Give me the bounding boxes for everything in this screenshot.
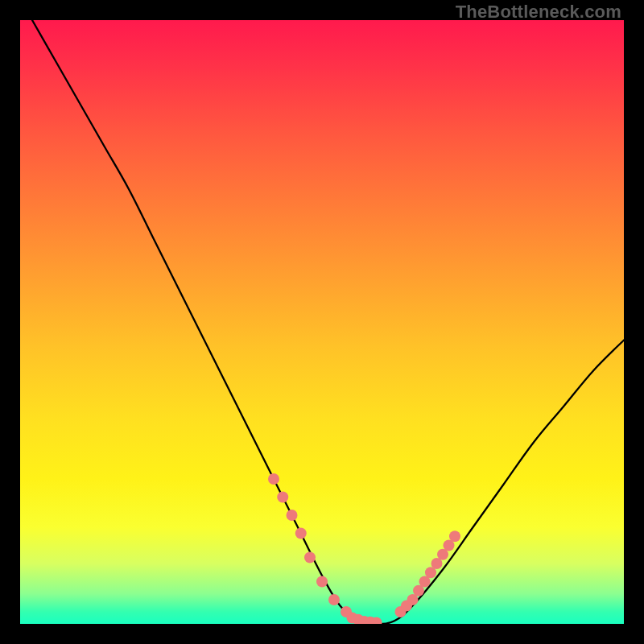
bottleneck-curve-path	[32, 20, 624, 624]
chart-dot	[277, 492, 288, 503]
chart-svg	[20, 20, 624, 624]
dots-right	[395, 530, 461, 617]
chart-dot	[287, 510, 298, 521]
dots-left	[268, 473, 382, 624]
chart-dot	[316, 576, 328, 588]
chart-frame: TheBottleneck.com	[0, 0, 644, 644]
chart-dot	[304, 552, 316, 564]
curve-path	[32, 20, 624, 624]
chart-dot	[328, 594, 340, 605]
chart-dot	[268, 473, 279, 485]
chart-dot	[449, 530, 460, 542]
chart-dot	[295, 528, 307, 539]
watermark-text: TheBottleneck.com	[456, 2, 621, 23]
plot-area	[20, 20, 624, 624]
